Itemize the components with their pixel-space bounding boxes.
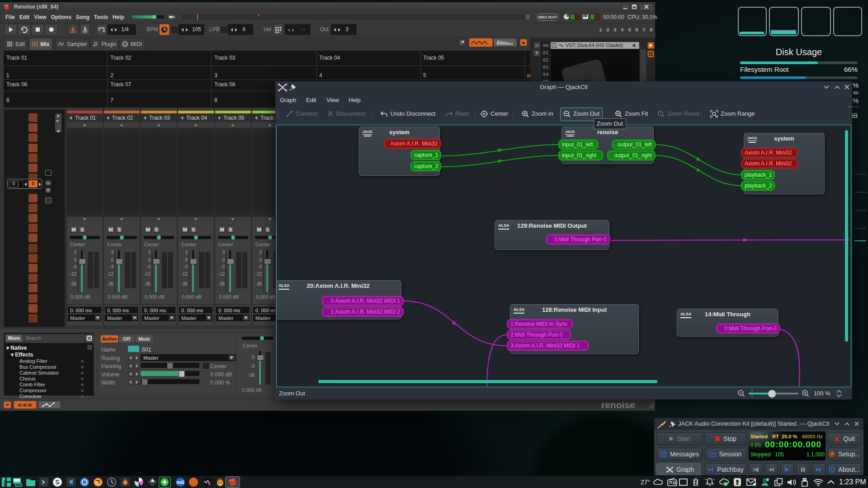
svg-text:S: S (55, 479, 59, 486)
svg-text:mŭ: mŭ (177, 479, 184, 485)
